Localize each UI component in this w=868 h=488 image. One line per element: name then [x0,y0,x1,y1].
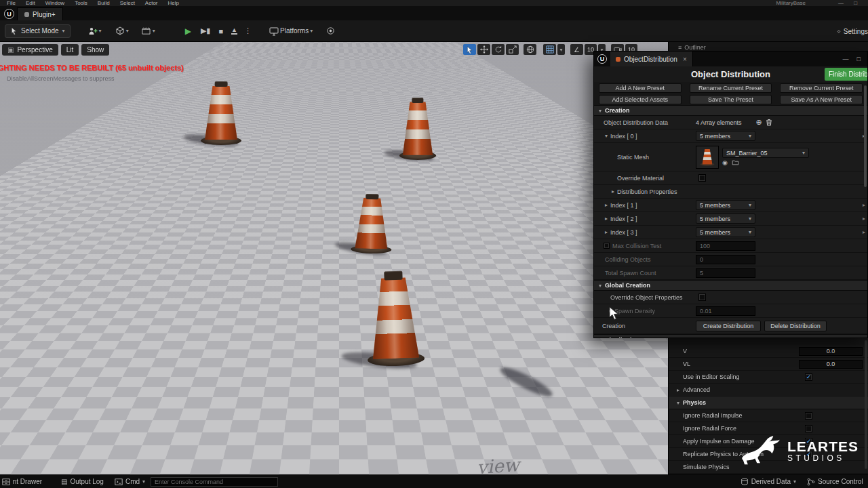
vl-value-field[interactable]: 0.0 [799,360,863,369]
eject-button[interactable]: ▲ [231,27,237,35]
rotation-snap-toggle[interactable]: ∠ [570,44,583,55]
world-local-toggle[interactable] [524,44,536,55]
maximize-icon[interactable]: □ [854,0,857,6]
index0-members-dropdown[interactable]: 5 members ▾ [696,131,755,141]
source-control-button[interactable]: Source Control [802,478,868,486]
tab-plugin[interactable]: Plugin+ [17,7,63,20]
add-array-element-icon[interactable]: ⊕ [756,118,762,127]
add-selected-assets-button[interactable]: Add Selected Assets [599,95,682,104]
rename-preset-button[interactable]: Rename Current Preset [690,83,772,93]
settings-button[interactable]: Settings [837,20,868,42]
viewport-3d[interactable]: ▣ Perspective Lit Show [0,42,668,474]
maximize-icon[interactable]: □ [857,56,861,62]
row-object-distribution-data: Object Distribution Data 4 Array element… [594,116,867,129]
unreal-logo-icon: U [597,54,607,64]
expander-icon[interactable]: ▸ [605,229,608,235]
details-scrollbar[interactable] [865,340,867,469]
play-options-kebab-icon[interactable]: ⋮ [244,26,252,35]
menu-file[interactable]: File [7,0,16,6]
ignore-radial-impulse-checkbox[interactable] [805,412,812,420]
unreal-logo-icon[interactable]: U [4,9,14,19]
close-icon[interactable]: × [683,56,687,63]
expander-icon[interactable]: ▸ [605,216,608,222]
select-tool-button[interactable] [463,44,476,55]
index2-members-dropdown[interactable]: 5 members▾ [696,214,755,224]
menu-build[interactable]: Build [98,0,110,6]
save-as-new-preset-button[interactable]: Save As A New Preset [780,95,863,104]
details-row-advanced[interactable]: ▸Advanced [669,384,868,396]
grid-snap-chevron[interactable]: ▾ [557,44,565,55]
minimize-icon[interactable]: — [843,56,849,62]
index3-members-dropdown[interactable]: 5 members▾ [696,227,755,237]
tab-objectdistribution[interactable]: ObjectDistribution × [610,52,693,66]
section-distribution[interactable]: ▾ Distribution [594,334,867,338]
console-command-input[interactable] [151,477,278,487]
override-object-properties-checkbox[interactable] [698,293,706,301]
static-mesh-dropdown[interactable]: SM_Barrier_05 ▾ [722,148,809,158]
stop-button[interactable]: ■ [218,27,223,35]
show-dropdown[interactable]: Show [81,44,109,56]
section-creation[interactable]: ▾ Creation [594,105,867,116]
lit-dropdown[interactable]: Lit [61,44,79,56]
ignore-radial-force-checkbox[interactable] [805,425,812,432]
editor-utility-button[interactable] [326,26,335,35]
blueprints-button[interactable]: ▾ [115,26,129,36]
add-new-preset-button[interactable]: Add A New Preset [599,83,682,93]
rotate-tool-button[interactable] [492,44,505,55]
play-button[interactable]: ▶ [185,26,191,36]
derived-data-button[interactable]: Derived Data ▾ [735,478,802,486]
v-value-field[interactable]: 0.0 [799,347,863,356]
create-distribution-button[interactable]: Create Distribution [696,321,761,331]
scale-tool-button[interactable] [506,44,519,55]
traffic-barrel-2[interactable] [401,98,434,160]
traffic-barrel-3[interactable] [353,194,390,254]
platforms-dropdown[interactable]: Platforms ▾ [269,26,313,36]
static-mesh-thumbnail[interactable] [696,146,719,169]
frame-skip-button[interactable]: ▶▮ [201,26,211,35]
menu-actor[interactable]: Actor [145,0,158,6]
move-tool-button[interactable] [477,44,490,55]
cinematics-button[interactable]: ▾ [141,26,155,35]
traffic-barrel-1[interactable] [203,81,239,145]
details-section-physics[interactable]: ▾ Physics [669,396,868,409]
chevron-right-icon[interactable]: ▸ [863,216,865,222]
grid-snap-toggle[interactable] [543,44,556,55]
finish-distribution-button[interactable]: Finish Distribution [825,68,867,81]
perspective-dropdown[interactable]: ▣ Perspective [2,44,58,56]
chevron-down-icon: ▾ [142,479,145,485]
menu-select[interactable]: Select [120,0,135,6]
remove-preset-button[interactable]: Remove Current Preset [780,83,863,93]
save-preset-button[interactable]: Save The Preset [690,95,772,104]
chevron-right-icon[interactable]: ▸ [863,202,865,208]
expander-icon[interactable]: ▸ [612,188,614,195]
cursor-icon [10,27,18,35]
row-distribution-properties[interactable]: ▸ Distribution Properties [594,185,867,199]
content-drawer-button[interactable]: Content Drawer [0,475,56,488]
cmd-dropdown[interactable]: Cmd ▾ [109,475,151,488]
od-scrollbar[interactable] [864,85,867,187]
delete-distribution-button[interactable]: Delete Distribution [764,321,827,331]
row-colliding-objects: Colliding Objects 0 [594,253,867,266]
override-material-checkbox[interactable] [698,174,706,182]
index1-members-dropdown[interactable]: 5 members▾ [696,200,755,210]
browse-to-asset-icon[interactable]: ◉ [722,159,728,166]
od-title-bar: Object Distribution Finish Distribution [594,66,867,82]
expander-icon[interactable]: ▸ [609,308,612,314]
chevron-right-icon[interactable]: ▸ [863,229,865,235]
minimize-icon[interactable]: — [838,0,844,6]
menu-edit[interactable]: Edit [26,0,35,6]
add-actor-button[interactable]: ▾ [88,26,102,36]
section-global-creation[interactable]: ▾ Global Creation [594,280,867,291]
menu-help[interactable]: Help [168,0,179,6]
expander-icon[interactable]: ▾ [605,133,608,139]
select-mode-dropdown[interactable]: Select Mode ▾ [5,24,71,38]
expander-icon[interactable]: ▸ [605,202,608,208]
traffic-barrel-4[interactable] [368,270,422,367]
folder-icon[interactable] [732,159,739,166]
trash-icon[interactable] [766,119,772,126]
use-editor-scaling-checkbox[interactable]: ✓ [805,373,812,381]
menu-window[interactable]: Window [45,0,64,6]
max-collision-field: 100 [696,241,755,251]
output-log-button[interactable]: ▤ Output Log [56,475,109,488]
menu-tools[interactable]: Tools [75,0,87,6]
